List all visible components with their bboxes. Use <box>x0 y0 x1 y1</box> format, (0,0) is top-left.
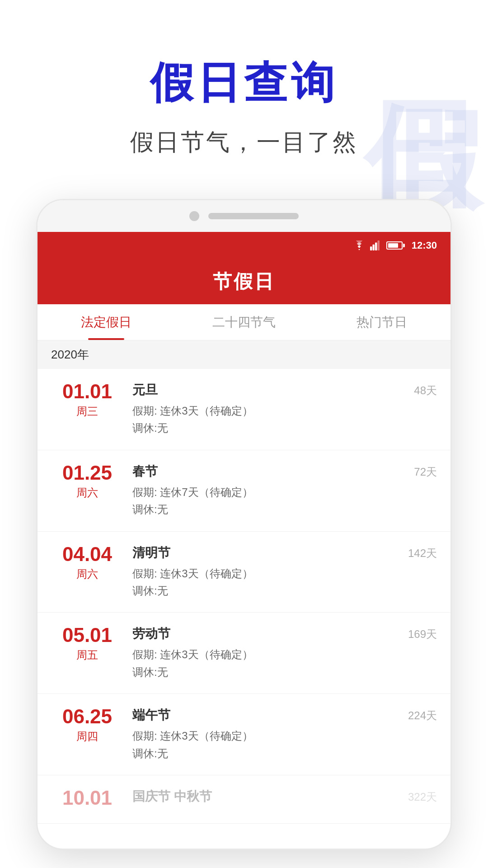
holiday-detail: 假期: 连休3天（待确定）调休:无 <box>132 646 408 681</box>
holiday-date-number: 05.01 <box>51 625 123 645</box>
holiday-detail: 假期: 连休7天（待确定）调休:无 <box>132 484 414 519</box>
holiday-item[interactable]: 01.01周三元旦假期: 连休3天（待确定）调休:无48天 <box>38 369 450 450</box>
holiday-date-col: 10.01 <box>51 788 123 811</box>
holiday-name: 清明节 <box>132 544 408 561</box>
holiday-name: 春节 <box>132 463 414 480</box>
hero-title: 假日查询 <box>0 54 488 113</box>
holiday-weekday: 周六 <box>51 567 123 581</box>
svg-rect-2 <box>375 242 377 250</box>
holiday-date-col: 06.25周四 <box>51 707 123 744</box>
holiday-detail: 假期: 连休3天（待确定）调休:无 <box>132 402 414 437</box>
holiday-days-count: 224天 <box>408 707 437 723</box>
holiday-info: 国庆节 中秋节 <box>123 788 408 809</box>
tab-solar-terms[interactable]: 二十四节气 <box>175 304 313 340</box>
holiday-info: 劳动节假期: 连休3天（待确定）调休:无 <box>123 625 408 681</box>
wifi-icon <box>353 241 366 250</box>
holiday-date-number: 06.25 <box>51 707 123 726</box>
holiday-days-count: 142天 <box>408 544 437 561</box>
holiday-weekday: 周四 <box>51 729 123 744</box>
status-time: 12:30 <box>412 240 437 251</box>
holiday-info: 春节假期: 连休7天（待确定）调休:无 <box>123 463 414 519</box>
svg-rect-3 <box>377 241 379 250</box>
holiday-item[interactable]: 04.04周六清明节假期: 连休3天（待确定）调休:无142天 <box>38 532 450 613</box>
battery-icon <box>386 241 403 250</box>
holiday-date-number: 01.25 <box>51 463 123 483</box>
status-icons <box>353 241 403 250</box>
holiday-weekday: 周六 <box>51 486 123 500</box>
notch-area <box>38 200 450 232</box>
year-header: 2020年 <box>38 340 450 369</box>
status-bar: 12:30 <box>38 232 450 259</box>
holiday-weekday: 周五 <box>51 648 123 662</box>
holiday-detail: 假期: 连休3天（待确定）调休:无 <box>132 727 408 762</box>
holiday-days-count: 48天 <box>414 382 437 398</box>
holiday-date-number: 10.01 <box>51 788 123 808</box>
hero-subtitle: 假日节气，一目了然 <box>0 127 488 158</box>
holiday-weekday: 周三 <box>51 404 123 419</box>
holiday-info: 端午节假期: 连休3天（待确定）调休:无 <box>123 707 408 762</box>
holiday-item[interactable]: 01.25周六春节假期: 连休7天（待确定）调休:无72天 <box>38 450 450 532</box>
holiday-days-count: 169天 <box>408 625 437 642</box>
holiday-name: 端午节 <box>132 707 408 724</box>
holiday-days-count: 72天 <box>414 463 437 479</box>
holiday-date-col: 04.04周六 <box>51 544 123 581</box>
tab-popular-holidays[interactable]: 热门节日 <box>313 304 450 340</box>
notch-dot <box>189 211 199 221</box>
battery-fill <box>388 243 398 248</box>
holiday-item[interactable]: 05.01周五劳动节假期: 连休3天（待确定）调休:无169天 <box>38 613 450 694</box>
tab-legal-holidays[interactable]: 法定假日 <box>38 304 175 340</box>
tabs-container: 法定假日 二十四节气 热门节日 <box>38 304 450 340</box>
holiday-date-col: 01.25周六 <box>51 463 123 500</box>
app-header-title: 节假日 <box>213 269 275 294</box>
app-header: 节假日 <box>38 259 450 304</box>
notch-bar <box>208 213 299 219</box>
holiday-name: 元旦 <box>132 382 414 399</box>
holiday-date-number: 01.01 <box>51 382 123 401</box>
holiday-item[interactable]: 10.01国庆节 中秋节322天 <box>38 775 450 824</box>
holiday-date-number: 04.04 <box>51 544 123 564</box>
holiday-name: 国庆节 中秋节 <box>132 788 408 805</box>
holiday-days-count: 322天 <box>408 788 437 804</box>
hero-section: 假日查询 假日节气，一目了然 <box>0 0 488 158</box>
holiday-name: 劳动节 <box>132 625 408 642</box>
holiday-info: 清明节假期: 连休3天（待确定）调休:无 <box>123 544 408 600</box>
holiday-info: 元旦假期: 连休3天（待确定）调休:无 <box>123 382 414 437</box>
signal-icon <box>370 241 380 250</box>
holiday-list: 01.01周三元旦假期: 连休3天（待确定）调休:无48天01.25周六春节假期… <box>38 369 450 824</box>
holiday-item[interactable]: 06.25周四端午节假期: 连休3天（待确定）调休:无224天 <box>38 694 450 775</box>
phone-mockup: 12:30 节假日 法定假日 二十四节气 热门节日 2020年 01.01周三元… <box>36 199 452 850</box>
svg-rect-0 <box>370 246 372 250</box>
holiday-date-col: 01.01周三 <box>51 382 123 419</box>
holiday-detail: 假期: 连休3天（待确定）调休:无 <box>132 565 408 600</box>
holiday-date-col: 05.01周五 <box>51 625 123 662</box>
svg-rect-1 <box>372 245 374 250</box>
